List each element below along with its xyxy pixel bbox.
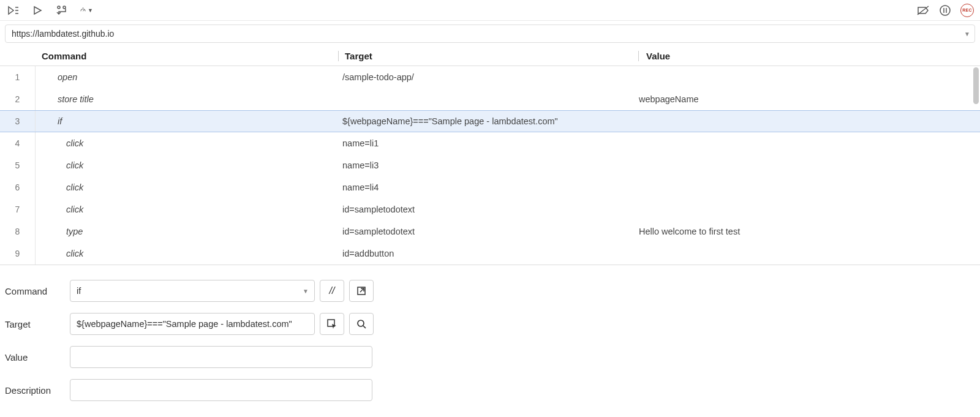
cell-command: click [36, 138, 339, 148]
record-label: REC [962, 8, 972, 12]
row-number: 7 [0, 198, 36, 220]
command-table: 1open/sample-todo-app/2store titlewebpag… [0, 66, 980, 265]
disable-glyph: // [330, 285, 335, 296]
cell-command: open [36, 72, 339, 82]
cell-target: ${webpageName}==="Sample page - lambdate… [339, 116, 639, 126]
editor-label-description: Description [5, 385, 70, 396]
table-row[interactable]: 4clickname=li1 [0, 132, 980, 154]
row-number: 9 [0, 242, 36, 265]
url-bar-row: ▼ [0, 21, 980, 47]
speed-icon[interactable]: ▼ [80, 4, 93, 17]
description-input[interactable] [70, 379, 372, 401]
command-select[interactable]: if [70, 280, 315, 302]
disable-breakpoints-icon[interactable] [916, 4, 930, 17]
run-current-icon[interactable] [31, 4, 44, 17]
cell-value: Hello welcome to first test [639, 227, 980, 236]
run-all-icon[interactable] [6, 4, 20, 17]
target-input[interactable] [70, 313, 315, 335]
svg-line-18 [363, 326, 366, 328]
editor-label-command: Command [5, 286, 70, 296]
table-header: Command Target Value [0, 47, 980, 66]
scrollbar-thumb[interactable] [973, 67, 979, 104]
select-target-button[interactable] [320, 313, 344, 335]
table-row[interactable]: 6clickname=li4 [0, 176, 980, 198]
step-icon[interactable] [55, 4, 69, 17]
table-row[interactable]: 2store titlewebpageName [0, 88, 980, 110]
table-row[interactable]: 9clickid=addbutton [0, 242, 980, 265]
header-target: Target [339, 51, 639, 61]
find-target-button[interactable] [349, 313, 374, 335]
editor-label-value: Value [5, 352, 70, 363]
cell-command: type [36, 227, 339, 236]
cell-command: click [36, 182, 339, 192]
base-url-input[interactable] [5, 24, 975, 43]
table-row[interactable]: 8typeid=sampletodotextHello welcome to f… [0, 220, 980, 242]
row-number: 1 [0, 66, 36, 88]
record-icon[interactable]: REC [960, 4, 974, 17]
cell-command: click [36, 249, 339, 258]
cell-target: name=li3 [339, 160, 639, 170]
cell-target: id=addbutton [339, 249, 639, 258]
url-dropdown-icon[interactable]: ▼ [964, 31, 970, 37]
value-input[interactable] [70, 346, 372, 368]
toggle-command-button[interactable]: // [320, 280, 344, 302]
table-row[interactable]: 7clickid=sampletodotext [0, 198, 980, 220]
cell-command: store title [36, 94, 339, 104]
table-row[interactable]: 5clickname=li3 [0, 154, 980, 176]
svg-point-10 [940, 6, 950, 15]
command-select-value: if [77, 286, 81, 296]
row-number: 2 [0, 88, 36, 110]
open-reference-button[interactable] [349, 280, 374, 302]
row-number: 3 [0, 111, 36, 132]
cell-target: /sample-todo-app/ [339, 72, 639, 82]
table-row[interactable]: 1open/sample-todo-app/ [0, 66, 980, 88]
top-toolbar: ▼ REC [0, 0, 980, 21]
pause-icon[interactable] [938, 4, 952, 17]
cell-target: name=li1 [339, 138, 639, 148]
row-number: 8 [0, 220, 36, 242]
header-value: Value [639, 51, 980, 61]
cell-target: id=sampletodotext [339, 227, 639, 236]
svg-marker-4 [34, 7, 41, 14]
svg-line-14 [360, 288, 364, 292]
chevron-down-icon: ▼ [303, 288, 309, 295]
row-number: 4 [0, 132, 36, 154]
cell-command: click [36, 205, 339, 214]
header-command: Command [36, 51, 339, 61]
cell-command: if [36, 116, 339, 126]
svg-point-6 [63, 6, 66, 9]
row-number: 5 [0, 154, 36, 176]
svg-marker-0 [9, 7, 13, 14]
row-number: 6 [0, 176, 36, 198]
cell-target: name=li4 [339, 182, 639, 192]
cell-target: id=sampletodotext [339, 205, 639, 214]
editor-label-target: Target [5, 319, 70, 329]
svg-point-5 [58, 6, 60, 9]
svg-point-17 [358, 320, 364, 326]
svg-line-8 [83, 9, 85, 10]
editor-panel: Command if ▼ // Target [0, 265, 980, 401]
cell-value: webpageName [639, 94, 980, 104]
table-row[interactable]: 3if${webpageName}==="Sample page - lambd… [0, 110, 980, 132]
cell-command: click [36, 160, 339, 170]
